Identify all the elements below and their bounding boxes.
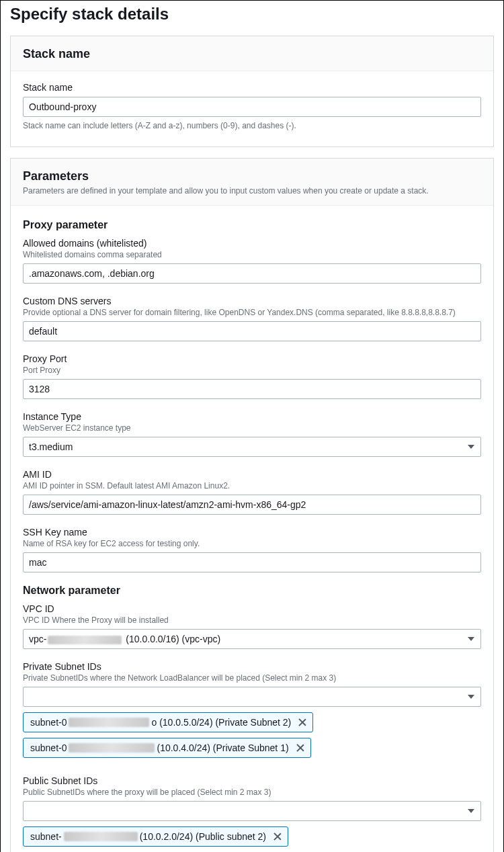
custom-dns-hint: Provide optional a DNS server for domain… bbox=[23, 308, 481, 317]
parameters-description: Parameters are defined in your template … bbox=[23, 186, 481, 196]
vpc-id-suffix: (10.0.0.0/16) (vpc-vpc) bbox=[123, 634, 220, 644]
network-section-title: Network parameter bbox=[23, 585, 481, 597]
ami-id-label: AMI ID bbox=[23, 469, 481, 480]
allowed-domains-input[interactable] bbox=[23, 263, 481, 284]
close-icon[interactable] bbox=[296, 743, 305, 753]
subnet-chip: subnet-0 (10.0.4.0/24) (Private Subnet 1… bbox=[23, 738, 311, 758]
vpc-id-hint: VPC ID Where the Proxy will be installed bbox=[23, 615, 481, 625]
public-subnets-select[interactable] bbox=[23, 801, 481, 821]
chip-prefix: subnet-0 bbox=[30, 742, 67, 753]
redacted-text bbox=[69, 743, 155, 753]
close-icon[interactable] bbox=[273, 832, 282, 841]
private-subnets-chips: subnet-0o (10.0.5.0/24) (Private Subnet … bbox=[23, 712, 481, 763]
stack-name-header: Stack name bbox=[11, 36, 493, 71]
public-subnets-label: Public Subnet IDs bbox=[23, 775, 481, 786]
parameters-block: Parameters Parameters are defined in you… bbox=[10, 158, 494, 852]
instance-type-label: Instance Type bbox=[23, 411, 481, 422]
vpc-id-select[interactable]: vpc- (10.0.0.0/16) (vpc-vpc) bbox=[23, 629, 481, 649]
subnet-chip: subnet- (10.0.2.0/24) (Public subnet 2) bbox=[23, 826, 288, 847]
parameters-heading: Parameters bbox=[23, 169, 481, 183]
private-subnets-select[interactable] bbox=[23, 687, 481, 707]
instance-type-select[interactable] bbox=[23, 437, 481, 457]
ssh-key-label: SSH Key name bbox=[23, 527, 481, 538]
vpc-id-label: VPC ID bbox=[23, 603, 481, 614]
ami-id-input[interactable] bbox=[23, 495, 481, 515]
ssh-key-input[interactable] bbox=[23, 552, 481, 572]
proxy-port-label: Proxy Port bbox=[23, 353, 481, 364]
chip-suffix: (10.0.4.0/24) (Private Subnet 1) bbox=[157, 742, 288, 753]
instance-type-hint: WebServer EC2 instance type bbox=[23, 423, 481, 433]
chip-suffix: (10.0.2.0/24) (Public subnet 2) bbox=[140, 831, 266, 842]
proxy-port-hint: Port Proxy bbox=[23, 366, 481, 375]
page-title: Specify stack details bbox=[1, 1, 503, 30]
subnet-chip: subnet-0o (10.0.5.0/24) (Private Subnet … bbox=[23, 712, 313, 732]
redacted-text bbox=[64, 832, 138, 841]
custom-dns-label: Custom DNS servers bbox=[23, 296, 481, 306]
ssh-key-hint: Name of RSA key for EC2 access for testi… bbox=[23, 539, 481, 548]
private-subnets-hint: Private SubnetIDs where the Network Load… bbox=[23, 673, 481, 683]
stack-name-label: Stack name bbox=[23, 82, 481, 93]
allowed-domains-label: Allowed domains (whitelisted) bbox=[23, 238, 481, 249]
chip-prefix: subnet- bbox=[30, 831, 62, 842]
stack-name-hint: Stack name can include letters (A-Z and … bbox=[23, 121, 481, 130]
public-subnets-chips: subnet- (10.0.2.0/24) (Public subnet 2)s… bbox=[23, 826, 481, 852]
close-icon[interactable] bbox=[298, 718, 307, 727]
redacted-text bbox=[48, 636, 122, 644]
private-subnets-label: Private Subnet IDs bbox=[23, 661, 481, 672]
stack-name-input[interactable] bbox=[23, 97, 481, 117]
proxy-section-title: Proxy parameter bbox=[23, 219, 481, 231]
chip-suffix: o (10.0.5.0/24) (Private Subnet 2) bbox=[151, 717, 291, 728]
vpc-id-prefix: vpc- bbox=[29, 634, 46, 644]
custom-dns-input[interactable] bbox=[23, 321, 481, 341]
ami-id-hint: AMI ID pointer in SSM. Default latest AM… bbox=[23, 481, 481, 491]
parameters-header: Parameters Parameters are defined in you… bbox=[11, 159, 493, 206]
stack-name-heading: Stack name bbox=[23, 47, 481, 61]
redacted-text bbox=[69, 718, 149, 727]
proxy-port-input[interactable] bbox=[23, 379, 481, 399]
public-subnets-hint: Public SubnetIDs where the proxy will be… bbox=[23, 787, 481, 797]
stack-name-block: Stack name Stack name Stack name can inc… bbox=[10, 36, 494, 147]
chip-prefix: subnet-0 bbox=[30, 717, 67, 728]
allowed-domains-hint: Whitelisted domains comma separated bbox=[23, 250, 481, 259]
